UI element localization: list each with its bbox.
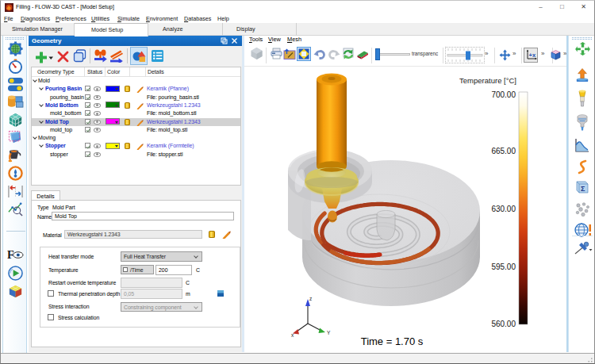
svg-text:+x: +x — [529, 52, 536, 59]
svg-text:Temperature [°C]: Temperature [°C] — [459, 76, 516, 85]
svg-text:630.00: 630.00 — [491, 205, 516, 213]
svg-text:Σ: Σ — [581, 185, 585, 193]
svg-text:z: z — [309, 296, 312, 301]
svg-text:700.00: 700.00 — [491, 90, 516, 99]
svg-text:595.00: 595.00 — [491, 262, 516, 271]
svg-text:665.00: 665.00 — [491, 147, 516, 155]
svg-text:560.00: 560.00 — [491, 320, 516, 328]
svg-text:Time = 1.70 s: Time = 1.70 s — [361, 335, 424, 347]
svg-text:Y: Y — [327, 330, 331, 335]
